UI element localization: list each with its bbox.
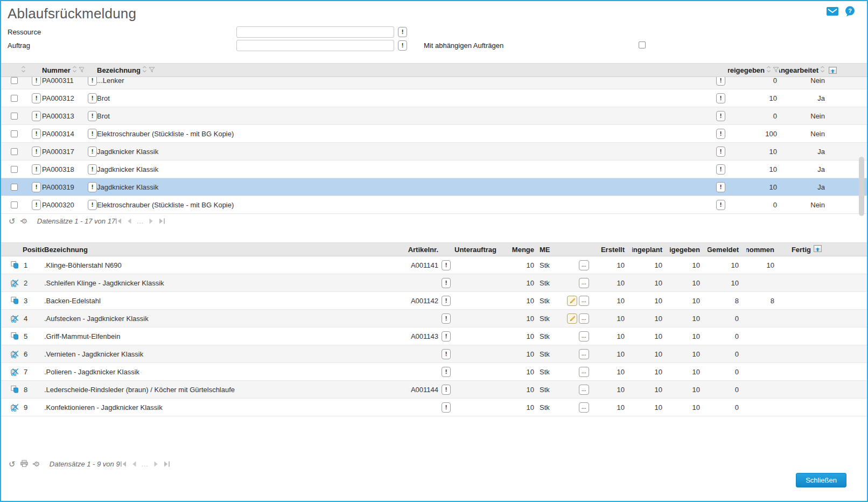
auftrag-detail-button[interactable]: !: [398, 40, 407, 51]
page-next-icon[interactable]: [153, 461, 158, 467]
position-row[interactable]: 6 .Vernieten - Jagdknicker Klassik ! 10 …: [1, 345, 867, 363]
subcontract-detail-button[interactable]: !: [442, 367, 451, 377]
position-row[interactable]: 3 .Backen-Edelstahl A001142 ! 10 Stk ...…: [1, 292, 867, 310]
column-menge[interactable]: Menge: [508, 246, 540, 254]
order-detail-button[interactable]: !: [32, 129, 41, 139]
row-select-checkbox[interactable]: [11, 148, 18, 155]
more-button[interactable]: ...: [579, 260, 589, 270]
column-angearbeitet[interactable]: Angearbeitet: [779, 66, 825, 74]
order-row[interactable]: ! PA000318 ! Jagdknicker Klassik ! 10 Ja: [1, 161, 867, 178]
select-column-sort[interactable]: [21, 66, 26, 74]
refresh-icon[interactable]: ↺: [9, 460, 16, 468]
row-select-checkbox[interactable]: [11, 166, 18, 173]
position-row[interactable]: 4 .Aufstecken - Jagdknicker Klassik ! 10…: [1, 310, 867, 327]
position-row[interactable]: 5 .Griff-Mammut-Elfenbein A001143 ! 10 S…: [1, 327, 867, 345]
orders-scrollbar-thumb[interactable]: [859, 157, 864, 216]
mail-icon[interactable]: [827, 7, 838, 16]
print-icon[interactable]: [20, 460, 28, 469]
order-release-detail-button[interactable]: !: [716, 164, 725, 175]
order-detail-button[interactable]: !: [32, 182, 41, 192]
row-select-checkbox[interactable]: [11, 184, 18, 191]
order-release-detail-button[interactable]: !: [716, 182, 725, 192]
order-detail-button[interactable]: !: [32, 164, 41, 175]
page-first-icon[interactable]: [120, 461, 127, 467]
column-fertig[interactable]: Fertig: [782, 245, 829, 254]
order-release-detail-button[interactable]: !: [716, 200, 725, 210]
more-button[interactable]: ...: [579, 367, 589, 377]
column-pos-bezeichnung[interactable]: Bezeichnung: [44, 246, 387, 254]
subcontract-detail-button[interactable]: !: [442, 296, 451, 306]
page-prev-icon[interactable]: [132, 461, 137, 467]
page-prev-icon[interactable]: [127, 218, 132, 224]
order-row[interactable]: ! PA000311 ! ...Lenker ! 0 Nein: [1, 77, 867, 89]
row-select-checkbox[interactable]: [11, 113, 18, 120]
page-last-icon[interactable]: [158, 218, 165, 224]
position-row[interactable]: 1 .Klinge-Böhlerstahl N690 A001141 ! 10 …: [1, 256, 867, 274]
position-row[interactable]: 9 .Konfektionieren - Jagdknicker Klassik…: [1, 399, 867, 416]
refresh-icon[interactable]: ↺: [9, 217, 16, 225]
row-select-checkbox[interactable]: [11, 95, 18, 102]
settings-gears-icon[interactable]: ●⚙: [33, 461, 39, 468]
more-button[interactable]: ...: [579, 331, 589, 341]
more-button[interactable]: ...: [579, 278, 589, 288]
order-detail-button[interactable]: !: [32, 111, 41, 121]
column-nummer[interactable]: Nummer: [42, 66, 84, 74]
help-icon[interactable]: ?: [845, 6, 855, 17]
sort-icon[interactable]: [820, 66, 825, 73]
subcontract-detail-button[interactable]: !: [442, 260, 451, 270]
filter-funnel-icon[interactable]: [149, 67, 155, 73]
order-release-detail-button[interactable]: !: [716, 77, 725, 86]
column-position[interactable]: Position: [23, 246, 44, 254]
position-row[interactable]: 7 .Polieren - Jagdknicker Klassik ! 10 S…: [1, 363, 867, 381]
page-next-icon[interactable]: [149, 218, 153, 224]
order-row[interactable]: ! PA000312 ! Brot ! 10 Ja: [1, 89, 867, 107]
sort-icon[interactable]: [21, 66, 26, 73]
column-gemeldet[interactable]: Gemeldet: [708, 246, 746, 254]
column-eingeplant[interactable]: Eingeplant: [632, 246, 670, 254]
edit-button[interactable]: [567, 313, 577, 324]
order-release-detail-button[interactable]: !: [716, 147, 725, 157]
positions-column-config[interactable]: [814, 245, 822, 254]
row-select-checkbox[interactable]: [11, 130, 18, 137]
page-first-icon[interactable]: [115, 218, 122, 224]
subcontract-detail-button[interactable]: !: [442, 402, 451, 413]
row-select-checkbox[interactable]: [11, 77, 18, 84]
column-unterauftrag[interactable]: Unterauftrag: [438, 246, 508, 254]
dependent-orders-checkbox[interactable]: [639, 41, 646, 48]
column-freigegeben2[interactable]: Freigegeben: [670, 246, 708, 254]
filter-funnel-icon[interactable]: [79, 67, 84, 73]
settings-gears-icon[interactable]: ●⚙: [20, 218, 26, 225]
order-release-detail-button[interactable]: !: [716, 93, 725, 103]
order-row[interactable]: ! PA000319 ! Jagdknicker Klassik ! 10 Ja: [1, 178, 867, 196]
order-detail-button[interactable]: !: [32, 147, 41, 157]
row-select-checkbox[interactable]: [11, 201, 18, 208]
order-row[interactable]: ! PA000314 ! Elektroschrauber (Stücklist…: [1, 125, 867, 143]
column-me[interactable]: ME: [540, 246, 564, 254]
more-button[interactable]: ...: [579, 349, 589, 359]
position-row[interactable]: 8 .Lederscheide-Rindsleder (braun) / Köc…: [1, 381, 867, 399]
subcontract-detail-button[interactable]: !: [442, 349, 451, 359]
order-detail-button[interactable]: !: [32, 77, 41, 86]
subcontract-detail-button[interactable]: !: [442, 278, 451, 288]
order-row[interactable]: ! PA000313 ! Brot ! 0 Nein: [1, 107, 867, 125]
more-button[interactable]: ...: [579, 296, 589, 306]
order-release-detail-button[interactable]: !: [716, 111, 725, 121]
position-row[interactable]: 2 .Schleifen Klinge - Jagdknicker Klassi…: [1, 274, 867, 292]
ressource-input[interactable]: [236, 26, 394, 38]
column-bezeichnung[interactable]: Bezeichnung: [97, 66, 155, 74]
column-artikelnr[interactable]: Artikelnr.: [387, 246, 438, 254]
order-description-detail-button[interactable]: !: [88, 129, 97, 139]
column-erstellt[interactable]: Erstellt: [594, 246, 632, 254]
order-description-detail-button[interactable]: !: [88, 147, 97, 157]
order-detail-button[interactable]: !: [32, 200, 41, 210]
order-description-detail-button[interactable]: !: [88, 182, 97, 192]
page-last-icon[interactable]: [163, 461, 170, 467]
order-description-detail-button[interactable]: !: [88, 200, 97, 210]
column-freigegeben[interactable]: Freigegeben: [728, 66, 779, 74]
sort-icon[interactable]: [72, 66, 77, 73]
order-description-detail-button[interactable]: !: [88, 164, 97, 175]
order-description-detail-button[interactable]: !: [88, 93, 97, 103]
column-config-icon[interactable]: [814, 245, 822, 252]
close-button[interactable]: Schließen: [796, 473, 846, 487]
orders-column-config[interactable]: [829, 67, 837, 75]
